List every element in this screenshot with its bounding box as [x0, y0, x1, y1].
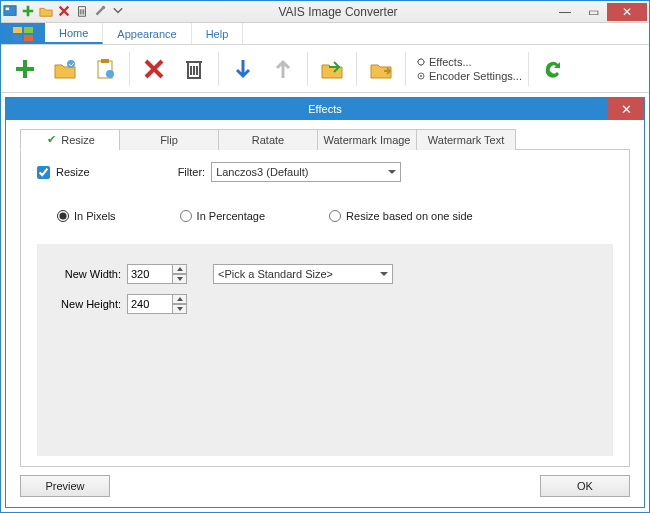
resize-pane: Resize Filter: Lanczos3 (Default) In Pix… — [20, 150, 630, 467]
tab-watermark-text[interactable]: Watermark Text — [416, 129, 516, 150]
remove-button[interactable] — [136, 51, 172, 87]
close-button[interactable]: ✕ — [607, 3, 647, 21]
output-folder-button[interactable] — [363, 51, 399, 87]
tab-flip[interactable]: Flip — [119, 129, 219, 150]
dialog-close-button[interactable]: ✕ — [608, 98, 644, 120]
resize-checkbox-label[interactable]: Resize — [37, 166, 90, 179]
svg-rect-5 — [13, 35, 22, 41]
svg-point-2 — [102, 5, 106, 9]
minimize-button[interactable]: — — [551, 3, 579, 21]
preview-button[interactable]: Preview — [20, 475, 110, 497]
effects-dialog: Effects ✕ ✔Resize Flip Ratate Watermark … — [5, 97, 645, 508]
move-down-button[interactable] — [225, 51, 261, 87]
svg-rect-9 — [101, 59, 109, 63]
height-spin-down[interactable] — [173, 304, 187, 314]
height-input[interactable] — [127, 294, 173, 314]
qat-open-folder-icon[interactable] — [39, 4, 53, 20]
check-icon: ✔ — [45, 134, 57, 146]
qat-settings-icon[interactable] — [93, 4, 107, 20]
tab-appearance[interactable]: Appearance — [103, 23, 191, 44]
encoder-settings-link[interactable]: Encoder Settings... — [416, 70, 522, 82]
ok-button[interactable]: OK — [540, 475, 630, 497]
height-spin-up[interactable] — [173, 294, 187, 304]
resize-checkbox[interactable] — [37, 166, 50, 179]
width-spin-down[interactable] — [173, 274, 187, 284]
svg-rect-4 — [24, 27, 33, 33]
titlebar: VAIS Image Converter — ▭ ✕ — [1, 1, 649, 23]
ribbon-toolbar: Effects... Encoder Settings... — [1, 45, 649, 93]
window-title: VAIS Image Converter — [125, 5, 551, 19]
svg-rect-3 — [13, 27, 22, 33]
svg-point-7 — [67, 60, 75, 68]
remove-all-button[interactable] — [176, 51, 212, 87]
effects-link[interactable]: Effects... — [416, 56, 522, 68]
tab-home[interactable]: Home — [45, 23, 103, 44]
svg-rect-6 — [24, 35, 33, 41]
svg-point-10 — [106, 70, 114, 78]
filter-select[interactable]: Lanczos3 (Default) — [211, 162, 401, 182]
tab-rotate[interactable]: Ratate — [218, 129, 318, 150]
tab-help[interactable]: Help — [192, 23, 244, 44]
height-label: New Height: — [55, 298, 121, 310]
refresh-button[interactable] — [535, 51, 571, 87]
mode-percent[interactable]: In Percentage — [180, 210, 266, 222]
size-panel: New Width: <Pick a Standard Size> New He… — [37, 244, 613, 456]
tab-watermark-image[interactable]: Watermark Image — [317, 129, 417, 150]
svg-rect-0 — [4, 5, 16, 15]
width-spin-up[interactable] — [173, 264, 187, 274]
qat-delete-icon[interactable] — [57, 4, 71, 20]
svg-point-11 — [418, 59, 424, 65]
width-input[interactable] — [127, 264, 173, 284]
convert-button[interactable] — [314, 51, 350, 87]
width-label: New Width: — [55, 268, 121, 280]
app-icon — [3, 4, 17, 20]
qat-dropdown-icon[interactable] — [111, 4, 125, 20]
svg-rect-1 — [6, 7, 10, 10]
qat-add-icon[interactable] — [21, 4, 35, 20]
qat-delete-all-icon[interactable] — [75, 4, 89, 20]
standard-size-select[interactable]: <Pick a Standard Size> — [213, 264, 393, 284]
filter-label: Filter: — [178, 166, 206, 178]
move-up-button[interactable] — [265, 51, 301, 87]
maximize-button[interactable]: ▭ — [579, 3, 607, 21]
ribbon-tabs: Home Appearance Help — [1, 23, 649, 45]
mode-pixels[interactable]: In Pixels — [57, 210, 116, 222]
file-menu-button[interactable] — [1, 23, 45, 44]
dialog-title: Effects ✕ — [6, 98, 644, 120]
effects-tabs: ✔Resize Flip Ratate Watermark Image Wate… — [20, 128, 630, 150]
tab-resize[interactable]: ✔Resize — [20, 129, 120, 150]
quick-access-toolbar — [3, 4, 125, 20]
open-folder-button[interactable] — [47, 51, 83, 87]
add-file-button[interactable] — [7, 51, 43, 87]
paste-button[interactable] — [87, 51, 123, 87]
window-controls: — ▭ ✕ — [551, 3, 647, 21]
svg-point-13 — [420, 75, 422, 77]
mode-oneside[interactable]: Resize based on one side — [329, 210, 473, 222]
